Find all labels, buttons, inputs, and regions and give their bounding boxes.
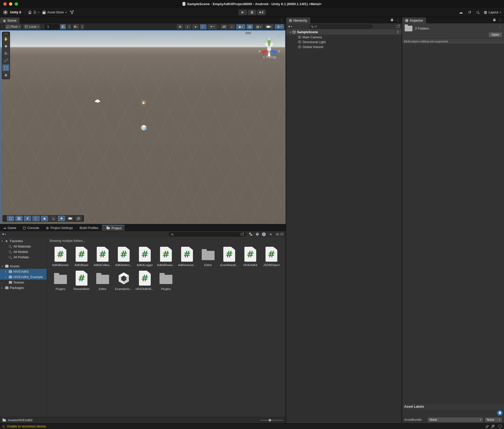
open-button[interactable]: Open — [489, 32, 502, 37]
bottom-tab[interactable]: Console — [20, 225, 42, 231]
rect-tool-button[interactable] — [2, 64, 10, 71]
sidebar-row[interactable]: Packages — [0, 285, 47, 290]
asset-store-menu[interactable]: Asset Store ▾ — [42, 11, 66, 14]
tab-scene[interactable]: ▦ Scene — [0, 17, 20, 23]
file-item[interactable]: # AdR — [176, 246, 198, 267]
expand-arrow-icon[interactable] — [5, 276, 9, 278]
create-asset-button[interactable]: +▾ — [2, 232, 6, 236]
handle-space-button[interactable]: Local ▾ — [23, 24, 40, 29]
perspective-toggle[interactable]: < Persp — [263, 55, 276, 59]
filter-by-type-icon[interactable] — [249, 233, 253, 236]
pivot-mode-button[interactable]: Pivot ▾ — [5, 24, 22, 29]
overlay-drag-handle[interactable] — [4, 217, 5, 220]
minimize-window-button[interactable] — [9, 2, 12, 6]
bottom-tab[interactable]: Project — [102, 225, 125, 231]
snap-settings-dropdown[interactable]: ▾ — [81, 24, 84, 29]
lighting-toggle[interactable]: ☾ — [200, 24, 207, 29]
search-icon[interactable] — [476, 11, 479, 13]
hierarchy-empty-area[interactable] — [286, 49, 402, 423]
file-item[interactable]: # Exa — [113, 270, 134, 290]
unlit-mode-button[interactable]: ● — [192, 24, 199, 29]
file-item[interactable]: # Rew — [71, 270, 92, 290]
file-item[interactable]: # AdK — [134, 246, 155, 267]
pause-button[interactable] — [248, 10, 256, 15]
camera-gizmo[interactable] — [96, 99, 99, 102]
status-message[interactable]: Unable to reconnect device. — [7, 425, 47, 428]
tab-hierarchy[interactable]: Hierarchy — [286, 17, 310, 23]
status-ok-icon[interactable]: ✓ — [498, 424, 502, 428]
cloud-services-icon[interactable]: ☁ — [459, 10, 463, 15]
undo-history-icon[interactable]: ↺ — [468, 10, 471, 15]
icon-size-slider[interactable] — [260, 420, 283, 421]
step-button[interactable]: ▶ — [257, 10, 266, 15]
file-item[interactable]: # Plu — [50, 270, 71, 290]
add-label-button[interactable] — [497, 410, 502, 416]
project-search[interactable] — [169, 232, 246, 236]
layers-dropdown[interactable]: ▤▾ — [254, 24, 263, 29]
cache-disabled-icon[interactable] — [492, 425, 494, 428]
favorites-filter-icon[interactable]: ★ — [269, 232, 272, 236]
file-item[interactable]: # HIV — [240, 246, 261, 267]
filter-by-label-icon[interactable] — [255, 232, 259, 236]
file-item[interactable]: # Plu — [155, 270, 176, 290]
create-object-button[interactable]: +▾ — [288, 24, 292, 29]
transform-tool-button[interactable]: ⊕ — [2, 71, 10, 78]
view-sliders-button[interactable] — [15, 216, 23, 221]
sidebar-row[interactable]: All Models — [0, 249, 47, 254]
scene-header-row[interactable]: ▾ SampleScene ⋮ — [286, 29, 402, 35]
bottom-tab[interactable]: Project Settings — [43, 225, 76, 231]
bottom-tab[interactable]: Build Profiles — [76, 225, 101, 231]
file-item[interactable]: # HIV — [134, 270, 155, 290]
hierarchy-search-input[interactable] — [314, 25, 371, 28]
file-item[interactable]: # AdK — [50, 246, 71, 267]
file-item[interactable]: # Edi — [92, 270, 113, 290]
audio-toggle[interactable]: ♪ — [228, 24, 235, 29]
expand-arrow-icon[interactable] — [2, 240, 5, 242]
scene-cube-gizmo[interactable] — [141, 125, 147, 131]
asset-labels-header[interactable]: Asset Labels — [402, 403, 504, 409]
scene-viewport[interactable]: ☀ y — [0, 30, 286, 224]
assetbundle-variant-dropdown[interactable]: None ▾ — [485, 417, 502, 422]
gizmos-dropdown[interactable]: ⊕▾ — [275, 24, 284, 29]
toolbar-drag-handle[interactable] — [2, 25, 3, 29]
hierarchy-item[interactable]: Global Volume — [286, 44, 402, 49]
grid-snap-toggle[interactable]: #y — [60, 24, 66, 29]
sidebar-row[interactable]: Favorites — [0, 238, 47, 244]
account-menu[interactable]: 김 ▾ — [28, 10, 39, 14]
debug-draw-mode-button[interactable]: ✳▾ — [208, 24, 217, 29]
camera-overlay-button[interactable] — [66, 216, 74, 221]
scene-options-icon[interactable]: ⋮ — [396, 30, 400, 34]
grid-snap-dropdown[interactable]: ▾ — [67, 24, 71, 29]
file-item[interactable]: # AdK — [92, 246, 113, 267]
move-overlay-button[interactable]: ✚ — [58, 216, 65, 221]
move-tool-button[interactable]: ✚ — [2, 43, 10, 50]
project-search-input[interactable] — [174, 233, 239, 236]
hand-tool-button[interactable]: ✋ — [2, 35, 10, 42]
close-window-button[interactable] — [3, 2, 7, 6]
expand-arrow-icon[interactable] — [2, 265, 5, 268]
grid-visibility-button[interactable]: # — [24, 216, 31, 221]
file-item[interactable]: # AdK — [113, 246, 134, 267]
overlay-drag-handle[interactable] — [4, 33, 8, 34]
file-item[interactable]: # AdK — [155, 246, 176, 267]
effects-toggle[interactable]: ◆▾ — [236, 24, 245, 29]
search-overlay-button[interactable] — [49, 216, 57, 221]
gizmo-visibility-button[interactable]: ◆ — [41, 216, 48, 221]
assetbundle-dropdown[interactable]: None ▾ — [428, 417, 483, 422]
grid-size-field[interactable] — [45, 24, 59, 29]
snap-settings-button[interactable]: #∪ — [73, 24, 79, 29]
file-item[interactable]: # JSO — [261, 246, 282, 267]
bottom-tab[interactable]: Game — [1, 225, 19, 231]
sidebar-row[interactable]: All Prefabs — [0, 254, 47, 260]
more-menu-icon[interactable]: ⋮ — [280, 18, 284, 22]
file-item[interactable]: # AdK — [71, 246, 92, 267]
layout-menu[interactable]: ▦ Layout ▾ — [484, 10, 501, 14]
importance-filter-icon[interactable]: ! — [262, 232, 266, 236]
rotate-tool-button[interactable]: ↻ — [2, 50, 10, 57]
more-menu-icon[interactable]: ⋮ — [499, 25, 502, 29]
tab-inspector[interactable]: ! Inspector — [402, 17, 426, 23]
directional-light-gizmo[interactable]: ☀ — [141, 99, 146, 106]
debugger-disabled-icon[interactable] — [486, 425, 488, 428]
sidebar-row[interactable]: Assets — [0, 263, 47, 269]
more-menu-icon[interactable]: ⋮ — [499, 18, 502, 22]
